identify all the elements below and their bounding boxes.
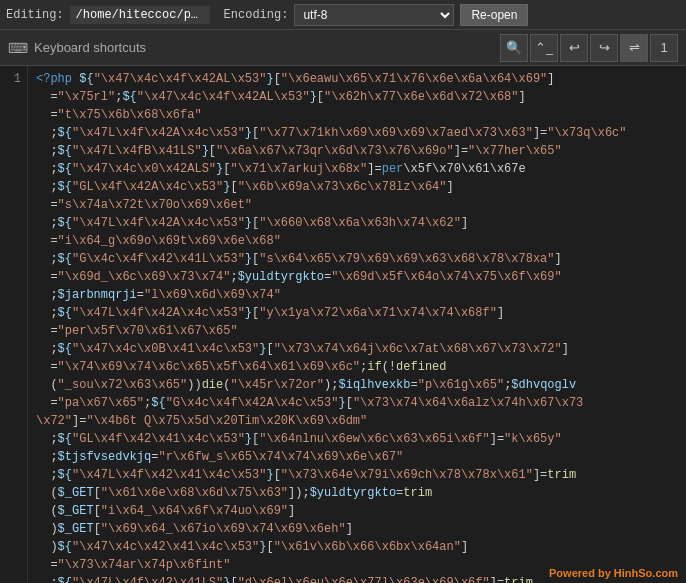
top-bar: Editing: /home/hiteccoc/public_h Encodin… bbox=[0, 0, 686, 30]
toolbar-right: 🔍 ⌃_ ↩ ↪ ⇌ 1 bbox=[500, 34, 678, 62]
encoding-select[interactable]: utf-8 latin-1 utf-16 bbox=[294, 4, 454, 26]
powered-by: Powered by HinhSo.com bbox=[549, 567, 678, 579]
undo-button[interactable]: ↩ bbox=[560, 34, 588, 62]
extra-button[interactable]: 1 bbox=[650, 34, 678, 62]
line-numbers: 1 bbox=[0, 66, 28, 583]
search-button[interactable]: 🔍 bbox=[500, 34, 528, 62]
file-path: /home/hiteccoc/public_h bbox=[70, 6, 210, 24]
terminal-button[interactable]: ⌃_ bbox=[530, 34, 558, 62]
brand-name: HinhSo.com bbox=[614, 567, 678, 579]
swap-button[interactable]: ⇌ bbox=[620, 34, 648, 62]
code-area[interactable]: <?php ${"\x47\x4c\x4f\x42AL\x53"}["\x6ea… bbox=[28, 66, 686, 583]
reopen-button[interactable]: Re-open bbox=[460, 4, 528, 26]
shortcuts-text: Keyboard shortcuts bbox=[34, 40, 146, 55]
editor: 1 <?php ${"\x47\x4c\x4f\x42AL\x53"}["\x6… bbox=[0, 66, 686, 583]
keyboard-shortcuts-label: ⌨ Keyboard shortcuts bbox=[8, 40, 496, 56]
redo-button[interactable]: ↪ bbox=[590, 34, 618, 62]
powered-text: Powered by bbox=[549, 567, 614, 579]
keyboard-icon: ⌨ bbox=[8, 40, 28, 56]
encoding-label: Encoding: bbox=[224, 8, 289, 22]
editing-label: Editing: bbox=[6, 8, 64, 22]
toolbar: ⌨ Keyboard shortcuts 🔍 ⌃_ ↩ ↪ ⇌ 1 bbox=[0, 30, 686, 66]
